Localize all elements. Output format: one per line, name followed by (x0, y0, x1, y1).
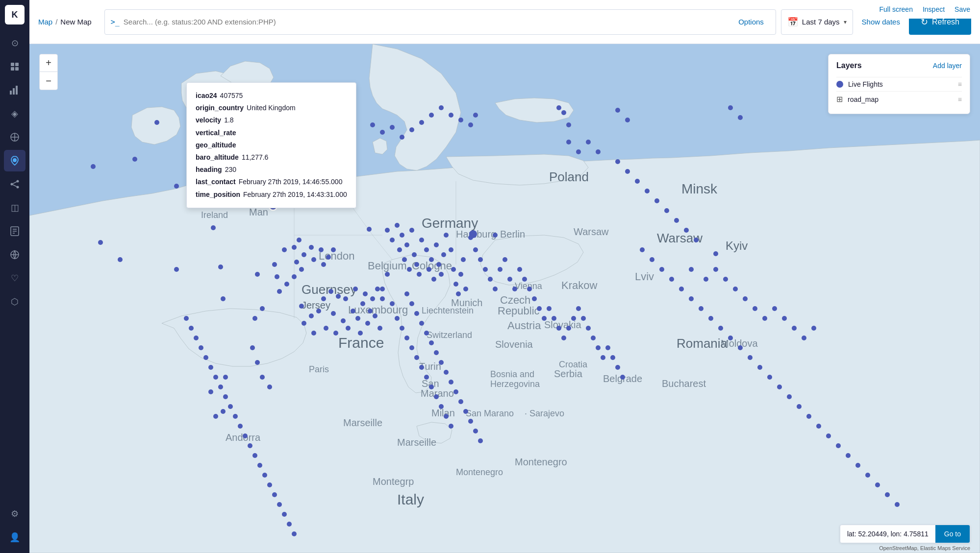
svg-point-160 (402, 257, 407, 262)
inspect-link[interactable]: Inspect (923, 5, 945, 13)
layer-item-live-flights[interactable]: Live Flights ≡ (836, 77, 962, 91)
svg-point-117 (367, 227, 372, 232)
search-prompt: >_ (111, 18, 120, 26)
svg-point-321 (728, 336, 733, 340)
svg-point-233 (370, 122, 375, 127)
svg-text:Guernsey: Guernsey (302, 282, 357, 297)
sidebar-item-settings[interactable]: ⚙ (4, 503, 25, 525)
svg-point-83 (211, 225, 216, 230)
svg-point-148 (255, 360, 260, 365)
svg-point-127 (333, 331, 338, 336)
svg-point-320 (718, 326, 723, 331)
sidebar-item-apm[interactable]: ⬡ (4, 291, 25, 313)
svg-point-336 (875, 482, 880, 487)
svg-point-272 (694, 238, 699, 242)
svg-point-246 (704, 277, 708, 282)
sidebar-item-uptime[interactable]: ♡ (4, 267, 25, 289)
svg-point-130 (343, 296, 348, 301)
goto-button[interactable]: Go to (935, 525, 970, 543)
svg-point-243 (468, 122, 473, 127)
fullscreen-link[interactable]: Full screen (879, 5, 912, 13)
sidebar-item-canvas[interactable]: ◈ (4, 103, 25, 124)
sidebar-item-ml[interactable] (4, 126, 25, 148)
svg-point-252 (762, 316, 767, 321)
svg-point-307 (272, 492, 277, 497)
svg-point-185 (473, 247, 478, 252)
svg-point-334 (855, 463, 860, 468)
popup-key-geo-alt: geo_altitude (196, 139, 236, 151)
datetime-filter[interactable]: 📅 Last 7 days ▾ (781, 9, 853, 35)
svg-point-223 (404, 336, 409, 340)
popup-val-velocity: 1.8 (224, 114, 233, 126)
svg-point-330 (816, 424, 821, 429)
svg-point-294 (208, 365, 213, 370)
svg-point-281 (444, 370, 449, 375)
zoom-out-button[interactable]: − (40, 72, 57, 90)
svg-point-134 (355, 316, 360, 321)
svg-point-238 (419, 120, 424, 125)
svg-point-197 (532, 296, 537, 301)
sidebar-item-visualize[interactable] (4, 79, 25, 101)
svg-point-254 (782, 316, 787, 321)
svg-text:France: France (338, 335, 384, 351)
svg-point-121 (311, 331, 316, 336)
breadcrumb-map[interactable]: Map (38, 18, 52, 26)
svg-point-180 (456, 291, 461, 296)
road-map-handle[interactable]: ≡ (958, 96, 962, 103)
map-svg: Ireland Isle of Man London Belgium Guern… (29, 44, 980, 553)
options-button[interactable]: Options (732, 18, 770, 26)
sidebar-item-index-patterns[interactable]: ◫ (4, 197, 25, 218)
sidebar-item-spaces[interactable] (4, 244, 25, 265)
svg-text:Bucharest: Bucharest (662, 378, 706, 389)
sidebar-item-maps[interactable] (4, 150, 25, 171)
svg-point-154 (221, 409, 226, 414)
svg-point-304 (257, 463, 262, 468)
breadcrumb-title: New Map (60, 18, 91, 26)
svg-point-329 (806, 414, 811, 419)
svg-point-152 (208, 389, 213, 394)
road-map-label: road_map (848, 96, 879, 103)
svg-point-301 (243, 433, 248, 438)
svg-point-276 (419, 321, 424, 326)
svg-point-113 (277, 289, 282, 294)
show-dates-button[interactable]: Show dates (858, 18, 904, 26)
sidebar-item-user[interactable]: 👤 (4, 527, 25, 548)
svg-point-319 (708, 316, 713, 321)
svg-point-298 (228, 404, 233, 409)
refresh-label: Refresh (932, 18, 959, 26)
svg-point-156 (390, 238, 395, 242)
svg-text:Paris: Paris (309, 364, 329, 374)
svg-point-342 (556, 105, 561, 110)
search-bar: >_ Options (104, 9, 776, 35)
svg-text:· Sarajevo: · Sarajevo (525, 409, 564, 418)
svg-point-292 (199, 345, 203, 350)
zoom-in-button[interactable]: + (40, 54, 57, 72)
road-map-icon: ⊞ (836, 95, 843, 104)
svg-point-182 (461, 257, 466, 262)
sidebar-item-saved-objects[interactable] (4, 220, 25, 242)
add-layer-button[interactable]: Add layer (933, 62, 962, 70)
sidebar-item-discover[interactable]: ⊙ (4, 32, 25, 54)
svg-point-112 (275, 274, 279, 279)
svg-point-206 (576, 306, 581, 311)
search-input[interactable] (124, 18, 729, 26)
save-link[interactable]: Save (955, 5, 970, 13)
svg-text:Slovakia: Slovakia (544, 319, 581, 330)
sidebar-item-graph[interactable] (4, 173, 25, 195)
map-container[interactable]: Ireland Isle of Man London Belgium Guern… (29, 44, 980, 553)
svg-point-179 (453, 282, 458, 287)
svg-point-84 (218, 264, 223, 269)
live-flights-handle[interactable]: ≡ (958, 80, 962, 88)
svg-point-245 (689, 267, 694, 272)
layer-item-road-map[interactable]: ⊞ road_map ≡ (836, 91, 962, 107)
svg-point-107 (326, 255, 331, 260)
popup-val-heading: 230 (225, 164, 236, 176)
popup-row-icao24: icao24 407575 (196, 90, 347, 102)
svg-text:Berlin: Berlin (500, 229, 525, 240)
svg-text:Montenegro: Montenegro (456, 467, 503, 477)
svg-point-145 (252, 316, 257, 321)
sidebar-item-dashboard[interactable] (4, 56, 25, 77)
kibana-logo[interactable]: K (5, 5, 25, 24)
svg-point-326 (777, 385, 782, 389)
breadcrumb: Map / New Map (38, 18, 92, 26)
